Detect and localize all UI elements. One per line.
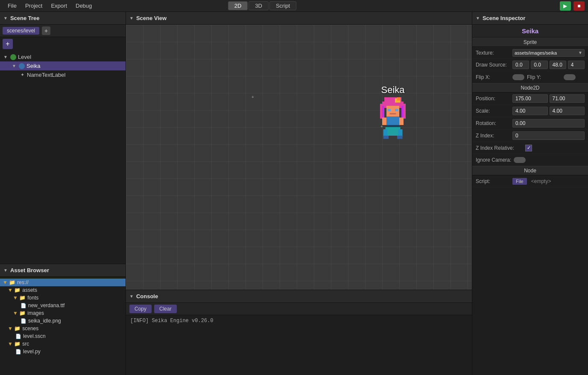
draw-source-w[interactable]: 48.0 <box>550 61 566 69</box>
rotation-value[interactable]: 0.00 <box>512 119 585 128</box>
inspector-z-index-relative-row: Z Index Relative: ✓ <box>472 142 588 154</box>
console-header: ▼ Console <box>126 290 472 303</box>
svg-rect-7 <box>397 97 401 101</box>
flip-x-toggle[interactable] <box>512 74 524 80</box>
asset-item-seika-idle[interactable]: 📄 seika_idle.png <box>0 317 126 325</box>
scene-view-header: ▼ Scene View <box>126 12 472 25</box>
level-sscn-label: level.sscn <box>23 333 46 339</box>
asset-item-src[interactable]: ▼ 📁 src <box>0 340 126 348</box>
z-index-relative-label: Z Index Relative: <box>476 145 523 151</box>
level-py-icon: 📄 <box>15 349 21 355</box>
inspector-texture-row: Texture: assets/images/seika ▼ <box>472 47 588 59</box>
asset-item-scenes[interactable]: ▼ 📁 scenes <box>0 325 126 332</box>
asset-item-new-verdana[interactable]: 📄 new_verdana.ttf <box>0 302 126 309</box>
asset-item-level-py[interactable]: 📄 level.py <box>0 348 126 355</box>
position-y[interactable]: 71.00 <box>550 94 585 103</box>
stop-button[interactable]: ■ <box>573 1 585 11</box>
asset-item-level-sscn[interactable]: 📄 level.sscn <box>0 332 126 340</box>
flip-y-toggle[interactable] <box>564 74 576 80</box>
svg-rect-10 <box>395 109 398 111</box>
seika-label: Seika <box>26 63 41 69</box>
menu-export[interactable]: Export <box>47 2 71 10</box>
inspector-title: Scene Inspector <box>483 15 525 21</box>
mode-3d[interactable]: 3D <box>249 1 269 10</box>
flip-x-label: Flip X: <box>476 74 510 80</box>
mode-buttons: 2D 3D Script <box>228 1 296 10</box>
scene-view-arrow: ▼ <box>129 16 134 20</box>
console-title: Console <box>136 293 158 299</box>
scale-values: 4.00 4.00 <box>512 107 585 115</box>
scene-tree-title: Scene Tree <box>10 15 40 21</box>
clear-button[interactable]: Clear <box>154 305 177 313</box>
console-toolbar: Copy Clear <box>126 303 472 315</box>
assets-folder-icon: ▼ 📁 <box>8 287 20 293</box>
asset-browser-panel: ▼ Asset Browser ▼ 📁 res:// ▼ 📁 assets ▼ … <box>0 264 126 375</box>
images-label: images <box>27 310 44 316</box>
texture-value[interactable]: assets/images/seika ▼ <box>512 49 585 57</box>
script-file-button[interactable]: File <box>512 178 527 185</box>
tree-item-seika[interactable]: ▼ Seika <box>0 61 126 70</box>
draw-source-values: 0.0 0.0 48.0 4 <box>512 61 585 69</box>
scenes-label: scenes <box>22 326 38 331</box>
scene-view-title: Scene View <box>136 15 167 21</box>
scene-tab[interactable]: scenes/level <box>3 27 39 35</box>
position-x[interactable]: 175.00 <box>512 94 548 103</box>
scale-label: Scale: <box>476 108 510 114</box>
menu-project[interactable]: Project <box>21 2 47 10</box>
z-index-relative-check[interactable]: ✓ <box>525 145 532 151</box>
inspector-flip-row: Flip X: Flip Y: <box>472 71 588 83</box>
scale-y[interactable]: 4.00 <box>550 107 585 115</box>
draw-source-label: Draw Source: <box>476 62 510 68</box>
inspector-rotation-row: Rotation: 0.00 <box>472 117 588 130</box>
fonts-label: fonts <box>27 295 38 301</box>
z-index-value[interactable]: 0 <box>512 131 585 140</box>
play-button[interactable]: ▶ <box>560 1 571 11</box>
inspector-sprite-section: Sprite <box>472 38 588 47</box>
inspector-header: ▼ Scene Inspector <box>472 12 588 25</box>
svg-rect-17 <box>383 129 388 137</box>
tree-item-level[interactable]: ▼ Level <box>0 52 126 61</box>
scale-x[interactable]: 4.00 <box>512 107 548 115</box>
rotation-label: Rotation: <box>476 120 510 126</box>
menubar: File Project Export Debug 2D 3D Script ▶… <box>0 0 588 12</box>
ignore-camera-toggle[interactable] <box>514 157 526 163</box>
fonts-folder-icon: ▼ 📁 <box>13 295 26 301</box>
ignore-camera-label: Ignore Camera: <box>476 157 511 163</box>
draw-source-x[interactable]: 0.0 <box>512 61 529 69</box>
level-icon <box>10 54 16 60</box>
level-label: Level <box>18 54 31 60</box>
svg-rect-15 <box>386 125 399 127</box>
inspector-script-row: Script: File <empty> <box>472 175 588 187</box>
seika-idle-label: seika_idle.png <box>28 318 61 324</box>
mode-script[interactable]: Script <box>269 1 296 10</box>
add-tab-button[interactable]: + <box>42 26 50 35</box>
menu-file[interactable]: File <box>3 2 21 10</box>
svg-rect-9 <box>388 109 391 111</box>
svg-rect-4 <box>382 106 384 119</box>
svg-rect-5 <box>401 106 404 119</box>
add-node-button[interactable]: + <box>3 39 13 49</box>
tree-item-nametextlabel[interactable]: ✦ NameTextLabel <box>0 70 126 79</box>
scene-tree-panel: ▼ Scene Tree scenes/level + + ▼ Level ▼ <box>0 12 126 264</box>
draw-source-y[interactable]: 0.0 <box>531 61 547 69</box>
src-label: src <box>22 341 29 347</box>
texture-dropdown-icon: ▼ <box>578 50 582 55</box>
menu-debug[interactable]: Debug <box>71 2 96 10</box>
draw-source-h[interactable]: 4 <box>568 61 585 69</box>
console-arrow: ▼ <box>129 294 134 299</box>
svg-rect-20 <box>397 136 403 139</box>
asset-browser-arrow: ▼ <box>3 268 8 273</box>
mode-2d[interactable]: 2D <box>228 1 248 10</box>
scene-view-content[interactable]: + + Seika <box>126 25 472 290</box>
asset-item-fonts[interactable]: ▼ 📁 fonts <box>0 294 126 302</box>
inspector-z-index-row: Z Index: 0 <box>472 130 588 142</box>
seika-icon <box>19 63 25 69</box>
script-label: Script: <box>476 178 510 184</box>
asset-item-images[interactable]: ▼ 📁 images <box>0 309 126 317</box>
inspector-scale-row: Scale: 4.00 4.00 <box>472 105 588 117</box>
asset-item-res[interactable]: ▼ 📁 res:// <box>0 279 126 286</box>
asset-item-assets[interactable]: ▼ 📁 assets <box>0 286 126 294</box>
copy-button[interactable]: Copy <box>129 305 152 313</box>
crosshair-1: + <box>252 95 253 96</box>
new-verdana-label: new_verdana.ttf <box>28 302 64 308</box>
